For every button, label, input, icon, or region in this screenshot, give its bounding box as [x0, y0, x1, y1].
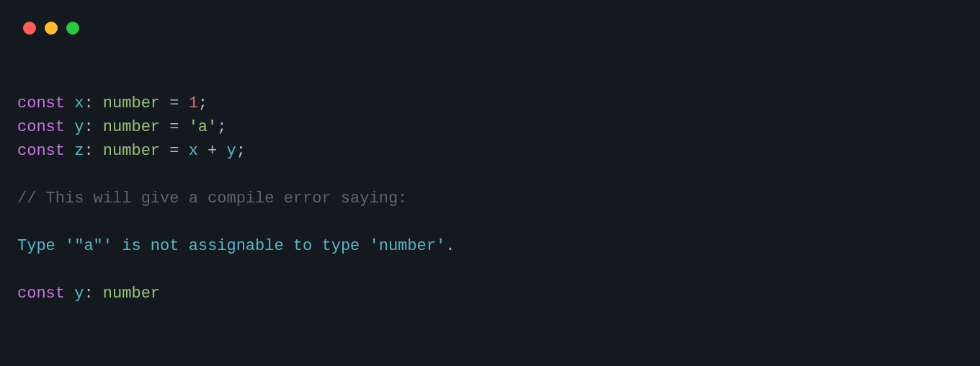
type-number: number — [103, 142, 160, 160]
error-message-line: Type '"a"' is not assignable to type 'nu… — [17, 237, 455, 255]
variable-x: x — [74, 94, 84, 112]
keyword-const: const — [17, 142, 65, 160]
keyword-const: const — [17, 94, 65, 112]
variable-y: y — [74, 118, 84, 136]
type-number: number — [103, 118, 160, 136]
minimize-icon[interactable] — [45, 22, 58, 35]
code-line-2: const y: number = 'a'; — [17, 118, 226, 136]
identifier-y: y — [226, 142, 236, 160]
code-line-decl: const y: number — [17, 285, 160, 303]
type-number: number — [103, 94, 160, 112]
comment-line: // This will give a compile error saying… — [17, 189, 407, 207]
close-icon[interactable] — [23, 22, 36, 35]
maximize-icon[interactable] — [66, 22, 79, 35]
code-line-1: const x: number = 1; — [17, 94, 208, 112]
operator-plus: + — [198, 142, 227, 160]
code-line-3: const z: number = x + y; — [17, 142, 246, 160]
literal-number: 1 — [189, 94, 198, 112]
identifier-x: x — [189, 142, 198, 160]
window-traffic-lights — [0, 0, 980, 35]
keyword-const: const — [17, 285, 65, 303]
keyword-const: const — [17, 118, 65, 136]
type-number: number — [103, 285, 160, 303]
literal-string: 'a' — [189, 118, 218, 136]
variable-y: y — [74, 285, 84, 303]
variable-z: z — [74, 142, 84, 160]
code-block: const x: number = 1; const y: number = '… — [0, 35, 980, 305]
